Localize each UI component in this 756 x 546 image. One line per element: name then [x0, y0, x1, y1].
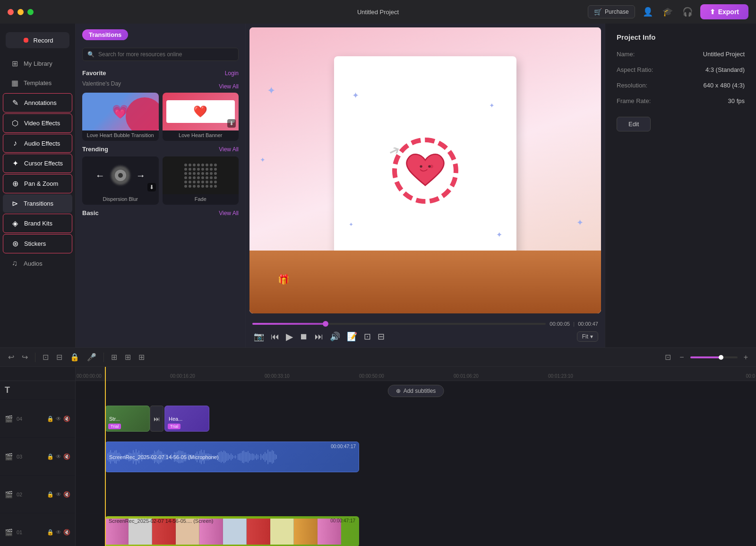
heart-svg — [404, 152, 447, 190]
track-tool-1[interactable]: ⊞ — [109, 351, 120, 363]
user-icon-button[interactable]: 👤 — [641, 5, 655, 19]
purchase-label: Purchase — [605, 9, 629, 15]
toolbar-divider-2 — [103, 353, 104, 362]
trending-thumbnails: ← → — [82, 156, 239, 205]
sidebar-item-my-library[interactable]: ⊞ My Library — [3, 54, 72, 73]
minimize-traffic-btn[interactable] — [17, 9, 24, 15]
headset-icon-button[interactable]: 🎧 — [680, 5, 695, 19]
heart-bubble-preview: 💗 — [82, 93, 159, 130]
redo-button[interactable]: ↪ — [19, 351, 30, 363]
search-input[interactable] — [98, 51, 233, 58]
add-subtitles-button[interactable]: ⊕ Add subtitles — [388, 385, 444, 397]
dispersion-preview: ← → — [82, 156, 159, 194]
screenshot-button[interactable]: 📷 — [252, 330, 266, 343]
crop-button[interactable]: ⊡ — [40, 351, 51, 363]
sidebar-item-templates[interactable]: ▦ Templates — [3, 74, 72, 92]
track-tool-3[interactable]: ⊞ — [136, 351, 147, 363]
progress-track[interactable] — [252, 323, 546, 325]
undo-button[interactable]: ↩ — [6, 351, 17, 363]
purchase-button[interactable]: 🛒 Purchase — [588, 5, 635, 18]
layout-button-2[interactable]: ⊟ — [376, 330, 386, 343]
stop-button[interactable]: ⏹ — [298, 330, 309, 343]
split-button[interactable]: ⊟ — [54, 351, 65, 363]
sidebar-item-annotations[interactable]: ✎ Annotations — [3, 93, 72, 113]
rewind-button[interactable]: ⏮ — [269, 330, 281, 343]
lock-icon-02[interactable]: 🔒 — [47, 491, 54, 498]
sidebar-item-brand-kits[interactable]: ◈ Brand Kits — [3, 214, 72, 233]
graduation-icon-button[interactable]: 🎓 — [661, 5, 675, 19]
clip-screen[interactable]: ScreenRec_2025-02-07 14-56-05.... (Scree… — [105, 516, 359, 546]
lock-button[interactable]: 🔒 — [68, 351, 82, 363]
thumb-heart-bubble[interactable]: 💗 Love Heart Bubble Transition — [82, 93, 159, 141]
ruler-mark-5: 00:01:23:10 — [548, 373, 573, 379]
sidebar-item-stickers[interactable]: ⊛ Stickers — [3, 234, 72, 253]
sidebar-item-cursor-effects[interactable]: ✦ Cursor Effects — [3, 154, 72, 173]
panel-header: Transitions — [76, 24, 245, 44]
basic-view-all[interactable]: View All — [219, 210, 239, 217]
record-dot-icon: ⏺ — [22, 36, 30, 44]
video-effects-icon: ⬡ — [11, 119, 19, 128]
fast-forward-button[interactable]: ⏭ — [313, 330, 325, 343]
mute-icon[interactable]: 🔇 — [63, 416, 70, 422]
basic-section-header: Basic View All — [82, 209, 239, 217]
clip-stru[interactable]: Str... Trial — [105, 406, 150, 432]
fade-dots — [180, 159, 222, 192]
fade-label: Fade — [163, 194, 239, 205]
track-tool-2[interactable]: ⊞ — [122, 351, 133, 363]
thumb-heart-banner[interactable]: ❤️ ⬇ Love Heart Banner — [163, 93, 239, 141]
eye-icon-02[interactable]: 👁 — [56, 491, 61, 498]
eye-icon[interactable]: 👁 — [56, 416, 61, 422]
volume-button[interactable]: 🔊 — [328, 330, 342, 343]
track-03: ScreenRec_2025-02-07 14-56-05 (Microphon… — [76, 438, 756, 476]
annotations-icon: ✎ — [11, 98, 19, 107]
fit-selector[interactable]: Fit ▾ — [577, 331, 598, 342]
mute-icon-02[interactable]: 🔇 — [63, 491, 70, 498]
zoom-out-button[interactable]: − — [677, 352, 686, 363]
sidebar-item-video-effects[interactable]: ⬡ Video Effects — [3, 113, 72, 133]
caption-button[interactable]: 📝 — [345, 330, 359, 343]
export-button[interactable]: ⬆ Export — [700, 4, 748, 19]
playhead[interactable]: JC — [105, 367, 106, 546]
thumb-fade[interactable]: Fade — [163, 156, 239, 205]
sidebar-item-label: Templates — [24, 79, 52, 87]
preview-pane: ➔ ✦ ✦ ✦ ✦ 🎁 ✦ ✦ ✦ — [246, 24, 605, 347]
thumb-dispersion[interactable]: ← → — [82, 156, 159, 205]
lock-icon-03[interactable]: 🔒 — [47, 453, 54, 460]
mute-icon-03[interactable]: 🔇 — [63, 453, 70, 460]
preview-floor — [249, 251, 601, 313]
edit-button[interactable]: Edit — [617, 117, 651, 131]
sidebar-item-pan-zoom[interactable]: ⊕ Pan & Zoom — [3, 174, 72, 193]
sidebar-item-audios[interactable]: ♫ Audios — [3, 254, 72, 272]
valentines-view-all[interactable]: View All — [219, 83, 239, 90]
record-button[interactable]: ⏺ Record — [6, 32, 69, 48]
layout-button-1[interactable]: ⊡ — [362, 330, 372, 343]
mute-icon-01[interactable]: 🔇 — [63, 529, 70, 536]
trending-view-all[interactable]: View All — [219, 146, 239, 153]
track-04-num: 04 — [17, 416, 26, 422]
eye-icon-01[interactable]: 👁 — [56, 529, 61, 536]
search-bar[interactable]: 🔍 — [82, 48, 239, 61]
mic-button[interactable]: 🎤 — [85, 351, 99, 363]
timeline-right-controls: ⊡ − + — [662, 351, 750, 363]
record-section: ⏺ Record — [0, 28, 75, 54]
transition-clip: ⏭ — [150, 406, 163, 432]
sidebar-item-audio-effects[interactable]: ♪ Audio Effects — [3, 134, 72, 153]
zoom-track[interactable] — [690, 356, 738, 358]
eye-icon-03[interactable]: 👁 — [56, 453, 61, 460]
zoom-in-button[interactable]: + — [741, 352, 750, 363]
play-button[interactable]: ▶ — [284, 329, 294, 344]
info-row-name: Name: Untitled Project — [617, 51, 745, 58]
lock-icon-01[interactable]: 🔒 — [47, 529, 54, 536]
main-area: ⏺ Record ⊞ My Library ▦ Templates ✎ Anno… — [0, 24, 756, 347]
sidebar-item-transitions[interactable]: ⊳ Transitions — [3, 194, 72, 213]
clip-audio-mic[interactable]: ScreenRec_2025-02-07 14-56-05 (Microphon… — [105, 442, 359, 472]
fullscreen-traffic-btn[interactable] — [27, 9, 34, 15]
lock-icon[interactable]: 🔒 — [47, 416, 54, 422]
login-link[interactable]: Login — [225, 70, 239, 77]
timeline-fit-button[interactable]: ⊡ — [662, 351, 673, 363]
clip-hea[interactable]: Hea... Trial — [164, 406, 209, 432]
track-labels: T 🎬 04 🔒 👁 🔇 🎬 03 🔒 👁 🔇 — [0, 367, 76, 546]
close-traffic-btn[interactable] — [8, 9, 14, 15]
thumb-6 — [223, 519, 247, 545]
toolbar-divider-1 — [35, 353, 35, 362]
